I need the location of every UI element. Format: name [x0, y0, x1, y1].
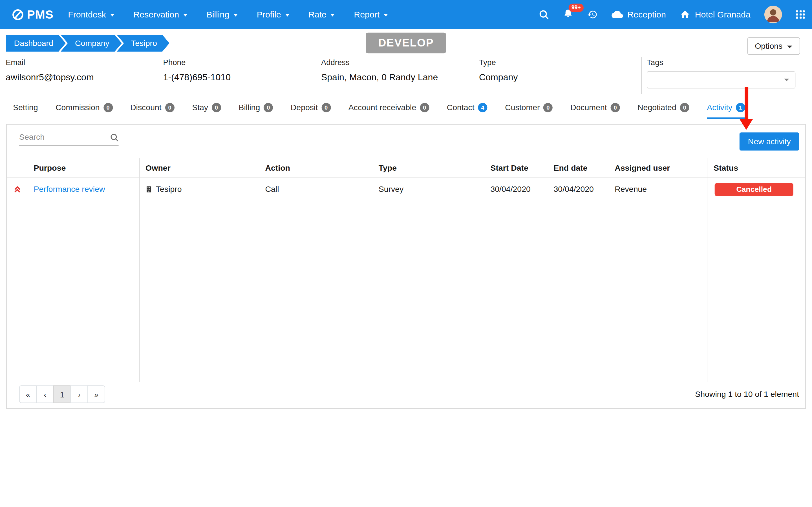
user-avatar[interactable] [764, 6, 782, 23]
header-end-date: End date [547, 163, 608, 172]
property-label: Hotel Granada [695, 10, 751, 19]
chevron-down-icon [384, 14, 388, 16]
pms-logo-icon [12, 9, 23, 20]
tab-count-badge: 0 [543, 103, 553, 112]
tab-negotiated[interactable]: Negotiated0 [638, 103, 689, 119]
header-start-date: Start Date [484, 163, 547, 172]
main-menu: Frontdesk Reservation Billing Profile Ra… [68, 10, 388, 19]
breadcrumb: Dashboard Company Tesipro [6, 35, 169, 52]
pagination-last[interactable]: » [87, 385, 105, 403]
search-box [19, 132, 119, 146]
assigned-user-cell: Revenue [608, 185, 707, 194]
pagination-first[interactable]: « [19, 385, 37, 403]
activity-panel: New activity Purpose Owner Action Type S… [6, 124, 806, 409]
workspace-switcher[interactable]: Reception [611, 9, 666, 20]
nav-menu-rate[interactable]: Rate [308, 10, 335, 19]
tab-stay[interactable]: Stay0 [192, 103, 221, 119]
profile-tabs: Setting Commission0 Discount0 Stay0 Bill… [0, 98, 812, 119]
history-icon[interactable] [587, 9, 598, 20]
environment-badge: DEVELOP [366, 33, 446, 53]
pagination: « ‹ 1 › » [19, 385, 105, 403]
tab-commission[interactable]: Commission0 [56, 103, 113, 119]
email-field: Email awilsonr5@topsy.com [6, 58, 163, 94]
brand-name: PMS [27, 8, 54, 22]
nav-menu-billing[interactable]: Billing [206, 10, 238, 19]
tab-count-badge: 0 [264, 103, 273, 112]
tab-deposit[interactable]: Deposit0 [291, 103, 331, 119]
tab-label: Deposit [291, 103, 318, 112]
nav-menu-report[interactable]: Report [354, 10, 388, 19]
apps-grid-icon[interactable] [796, 10, 805, 19]
tab-count-badge: 0 [212, 103, 221, 112]
phone-label: Phone [163, 58, 321, 67]
pagination-prev[interactable]: ‹ [36, 385, 54, 403]
breadcrumb-tesipro[interactable]: Tesipro [117, 35, 169, 52]
tab-count-badge: 0 [103, 103, 112, 112]
tab-document[interactable]: Document0 [570, 103, 620, 119]
tab-activity[interactable]: Activity1 [707, 103, 745, 119]
start-date-cell: 30/04/2020 [484, 185, 547, 194]
owner-name: Tesipro [156, 185, 182, 194]
tab-contact[interactable]: Contact4 [447, 103, 488, 119]
chevron-down-icon [285, 14, 289, 16]
status-badge[interactable]: Cancelled [715, 183, 794, 196]
notifications-button[interactable]: 99+ [563, 8, 573, 20]
brand-logo[interactable]: PMS [12, 8, 54, 22]
tab-label: Customer [505, 103, 540, 112]
address-value: Spain, Macon, 0 Randy Lane [321, 72, 479, 83]
cloud-icon [611, 9, 622, 20]
nav-menu-reservation[interactable]: Reservation [133, 10, 187, 19]
workspace-label: Reception [627, 10, 666, 19]
tab-label: Billing [239, 103, 260, 112]
nav-menu-label: Billing [206, 10, 229, 19]
activity-toolbar: New activity [7, 125, 805, 151]
table-header-row: Purpose Owner Action Type Start Date End… [7, 158, 805, 178]
search-icon[interactable] [110, 133, 118, 142]
tab-count-badge: 0 [321, 103, 331, 112]
pagination-next[interactable]: › [70, 385, 88, 403]
tab-customer[interactable]: Customer0 [505, 103, 553, 119]
chevron-down-icon [787, 45, 792, 48]
search-input[interactable] [19, 132, 110, 142]
tab-label: Document [570, 103, 607, 112]
chevron-down-icon [183, 14, 188, 16]
property-switcher[interactable]: Hotel Granada [680, 9, 750, 20]
tab-setting[interactable]: Setting [13, 103, 38, 119]
options-button-label: Options [755, 41, 782, 51]
tab-billing[interactable]: Billing0 [239, 103, 273, 119]
search-icon[interactable] [538, 9, 549, 20]
tags-field: Tags [641, 57, 798, 94]
app-viewport: PMS Frontdesk Reservation Billing Profil… [0, 0, 812, 507]
breadcrumb-dashboard[interactable]: Dashboard [6, 35, 66, 52]
tab-label: Activity [707, 103, 732, 112]
header-assigned-user: Assigned user [608, 163, 707, 172]
phone-value: 1-(478)695-1010 [163, 72, 321, 83]
header-purpose: Purpose [28, 163, 139, 172]
company-summary: Email awilsonr5@topsy.com Phone 1-(478)6… [6, 58, 812, 94]
tags-select[interactable] [647, 71, 795, 89]
table-row[interactable]: Performance review Tesipro Call Survey 3… [7, 178, 805, 201]
breadcrumb-company[interactable]: Company [61, 35, 122, 52]
chevron-down-icon [784, 78, 789, 81]
tab-label: Setting [13, 103, 38, 112]
type-value: Company [479, 72, 641, 83]
new-activity-button[interactable]: New activity [740, 132, 799, 151]
address-label: Address [321, 58, 479, 67]
tab-label: Stay [192, 103, 208, 112]
column-divider [139, 158, 140, 382]
header-owner: Owner [139, 163, 259, 172]
type-field: Type Company [479, 58, 641, 94]
tab-discount[interactable]: Discount0 [130, 103, 174, 119]
tab-label: Account receivable [349, 103, 416, 112]
options-button[interactable]: Options [747, 37, 800, 55]
tab-label: Negotiated [638, 103, 676, 112]
purpose-link[interactable]: Performance review [34, 185, 105, 194]
nav-menu-profile[interactable]: Profile [257, 10, 289, 19]
tab-account-receivable[interactable]: Account receivable0 [349, 103, 429, 119]
nav-menu-frontdesk[interactable]: Frontdesk [68, 10, 114, 19]
end-date-cell: 30/04/2020 [547, 185, 608, 194]
nav-menu-label: Frontdesk [68, 10, 106, 19]
priority-high-icon[interactable] [13, 185, 21, 193]
action-cell: Call [259, 185, 372, 194]
pagination-page-1[interactable]: 1 [53, 385, 71, 403]
